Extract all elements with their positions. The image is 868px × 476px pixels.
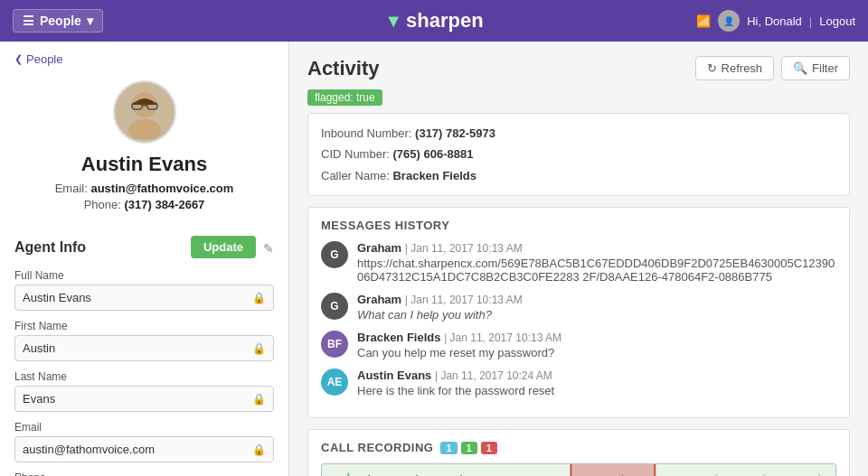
field-label-0: Full Name bbox=[14, 269, 274, 282]
header-right: 📶 👤 Hi, Donald | Logout bbox=[696, 10, 855, 32]
refresh-label: Refresh bbox=[722, 61, 763, 75]
people-label: People bbox=[40, 14, 81, 28]
logo-text: sharpen bbox=[406, 9, 484, 33]
message-item-0: G Graham | Jan 11, 2017 10:13 AM https:/… bbox=[321, 241, 836, 284]
profile-name: Austin Evans bbox=[14, 153, 274, 176]
agent-info-header: Agent Info Update ✎ bbox=[14, 236, 274, 258]
msg-sender-2: Bracken Fields bbox=[357, 331, 441, 344]
refresh-icon: ↻ bbox=[707, 61, 717, 75]
field-input-1[interactable] bbox=[15, 336, 245, 360]
app-header: ☰ People ▾ ▼ sharpen 📶 👤 Hi, Donald | Lo… bbox=[0, 0, 868, 42]
msg-body-3: Austin Evans | Jan 11, 2017 10:24 AM Her… bbox=[357, 369, 836, 397]
left-panel: People Austin Evans Email: austin@fath bbox=[0, 42, 289, 476]
agent-info-section: Agent Info Update ✎ Full Name 🔒 First Na… bbox=[0, 229, 288, 476]
msg-avatar-3: AE bbox=[321, 369, 348, 396]
refresh-button[interactable]: ↻ Refresh bbox=[695, 56, 775, 80]
filter-label: Filter bbox=[812, 61, 838, 75]
waveform-svg bbox=[322, 464, 835, 476]
field-label-1: First Name bbox=[14, 320, 274, 332]
message-item-3: AE Austin Evans | Jan 11, 2017 10:24 AM … bbox=[321, 369, 836, 397]
field-lock-icon-1: 🔒 bbox=[245, 342, 273, 355]
activity-actions: ↻ Refresh 🔍 Filter bbox=[695, 56, 850, 80]
field-group-4: Phone 🔒 bbox=[14, 471, 274, 476]
message-item-2: BF Bracken Fields | Jan 11, 2017 10:13 A… bbox=[321, 331, 836, 359]
svg-rect-114 bbox=[571, 464, 656, 476]
main-layout: People Austin Evans Email: austin@fath bbox=[0, 42, 868, 476]
caller-row: Caller Name: Bracken Fields bbox=[321, 165, 836, 186]
field-input-3[interactable] bbox=[15, 437, 245, 462]
activity-header: Activity ↻ Refresh 🔍 Filter bbox=[307, 56, 850, 80]
inbound-value: (317) 782-5973 bbox=[415, 126, 495, 140]
call-badge-1: 1 bbox=[461, 442, 477, 454]
cid-label: CID Number: bbox=[321, 147, 390, 161]
filter-icon: 🔍 bbox=[793, 61, 807, 75]
msg-sender-3: Austin Evans bbox=[357, 369, 431, 382]
field-input-0[interactable] bbox=[15, 285, 245, 310]
msg-header-3: Austin Evans | Jan 11, 2017 10:24 AM bbox=[357, 369, 836, 382]
call-recording-title: CALL RECORDING bbox=[321, 441, 433, 454]
field-lock-icon-2: 🔒 bbox=[245, 393, 273, 406]
header-separator: | bbox=[809, 14, 812, 28]
msg-avatar-0: G bbox=[321, 241, 348, 268]
agent-info-title: Agent Info bbox=[14, 239, 86, 256]
field-lock-icon-3: 🔒 bbox=[245, 443, 273, 456]
messages-title: MESSAGES HISTORY bbox=[321, 219, 836, 232]
profile-section: Austin Evans Email: austin@fathomvoice.c… bbox=[0, 73, 288, 229]
logout-link[interactable]: Logout bbox=[819, 14, 855, 28]
msg-body-0: Graham | Jan 11, 2017 10:13 AM https://c… bbox=[357, 241, 836, 284]
filter-button[interactable]: 🔍 Filter bbox=[781, 56, 850, 80]
signal-icon: 📶 bbox=[696, 14, 711, 28]
cid-row: CID Number: (765) 606-8881 bbox=[321, 144, 836, 164]
msg-time-2: | Jan 11, 2017 10:13 AM bbox=[444, 331, 561, 344]
user-avatar: 👤 bbox=[718, 10, 740, 32]
call-recording-header: CALL RECORDING 111 bbox=[321, 441, 836, 454]
field-input-2[interactable] bbox=[15, 387, 245, 411]
people-dropdown[interactable]: ☰ People ▾ bbox=[13, 9, 103, 33]
phone-value: (317) 384-2667 bbox=[124, 198, 204, 211]
caller-value: Bracken Fields bbox=[392, 169, 476, 182]
agent-info-actions: Update ✎ bbox=[191, 236, 274, 258]
avatar-svg bbox=[118, 85, 172, 139]
call-recording-section: CALL RECORDING 111 bbox=[307, 429, 850, 476]
field-group-0: Full Name 🔒 bbox=[14, 269, 274, 311]
call-badge-2: 1 bbox=[481, 442, 497, 454]
hi-text: Hi, Donald bbox=[747, 14, 802, 28]
field-label-2: Last Name bbox=[14, 370, 274, 383]
msg-text-2: Can you help me reset my password? bbox=[357, 346, 836, 359]
activity-title: Activity bbox=[307, 57, 379, 80]
msg-body-1: Graham | Jan 11, 2017 10:13 AM What can … bbox=[357, 293, 836, 322]
msg-header-2: Bracken Fields | Jan 11, 2017 10:13 AM bbox=[357, 331, 836, 344]
field-group-1: First Name 🔒 bbox=[14, 320, 274, 361]
edit-pencil-icon[interactable]: ✎ bbox=[263, 241, 274, 256]
phone-label: Phone: bbox=[84, 198, 121, 211]
msg-header-0: Graham | Jan 11, 2017 10:13 AM bbox=[357, 241, 836, 255]
field-group-3: Email 🔒 bbox=[14, 421, 274, 462]
svg-rect-116 bbox=[654, 464, 656, 476]
logo-checkmark: ▼ bbox=[384, 11, 402, 32]
inbound-label: Inbound Number: bbox=[321, 126, 411, 140]
inbound-row: Inbound Number: (317) 782-5973 bbox=[321, 123, 836, 144]
flagged-badge: flagged: true bbox=[307, 89, 382, 106]
profile-phone: Phone: (317) 384-2667 bbox=[14, 198, 274, 211]
profile-avatar bbox=[113, 80, 176, 144]
call-badges: 111 bbox=[440, 442, 496, 454]
activity-info: Inbound Number: (317) 782-5973 CID Numbe… bbox=[307, 113, 850, 196]
msg-time-3: | Jan 11, 2017 10:24 AM bbox=[435, 369, 552, 382]
cid-value: (765) 606-8881 bbox=[392, 147, 473, 161]
right-panel: Activity ↻ Refresh 🔍 Filter flagged: tru… bbox=[289, 42, 868, 476]
msg-header-1: Graham | Jan 11, 2017 10:13 AM bbox=[357, 293, 836, 306]
dropdown-icon: ▾ bbox=[87, 14, 93, 28]
profile-email: Email: austin@fathomvoice.com bbox=[14, 182, 274, 195]
menu-icon: ☰ bbox=[23, 14, 34, 28]
msg-time-1: | Jan 11, 2017 10:13 AM bbox=[405, 294, 523, 306]
email-value: austin@fathomvoice.com bbox=[90, 182, 233, 195]
svg-rect-115 bbox=[571, 464, 572, 476]
messages-section: MESSAGES HISTORY G Graham | Jan 11, 2017… bbox=[307, 207, 850, 418]
back-link[interactable]: People bbox=[0, 42, 288, 73]
field-group-2: Last Name 🔒 bbox=[14, 370, 274, 412]
msg-sender-0: Graham bbox=[357, 241, 401, 255]
msg-text-1: What can I help you with? bbox=[357, 308, 836, 322]
fields-container: Full Name 🔒 First Name 🔒 Last Name 🔒 Ema… bbox=[14, 269, 274, 476]
field-input-wrap-0: 🔒 bbox=[14, 285, 274, 311]
update-button[interactable]: Update bbox=[191, 236, 256, 258]
